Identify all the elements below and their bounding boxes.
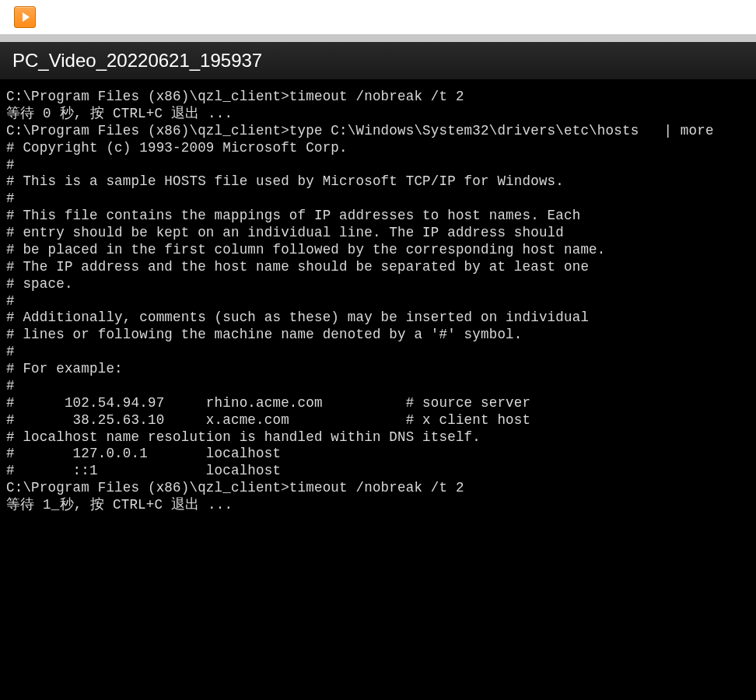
terminal-line: C:\Program Files (x86)\qzl_client>timeou… bbox=[6, 480, 750, 497]
terminal-line: # bbox=[6, 293, 750, 310]
play-button[interactable] bbox=[14, 6, 36, 28]
terminal-line: # space. bbox=[6, 276, 750, 293]
terminal-line: # Additionally, comments (such as these)… bbox=[6, 310, 750, 327]
terminal-line: # 38.25.63.10 x.acme.com # x client host bbox=[6, 412, 750, 429]
terminal-line: # This file contains the mappings of IP … bbox=[6, 208, 750, 225]
terminal-line: # entry should be kept on an individual … bbox=[6, 225, 750, 242]
terminal-output[interactable]: C:\Program Files (x86)\qzl_client>timeou… bbox=[0, 79, 756, 700]
terminal-line: # For example: bbox=[6, 361, 750, 378]
title-bar: PC_Video_20220621_195937 bbox=[0, 42, 756, 79]
terminal-line: # bbox=[6, 344, 750, 361]
play-icon bbox=[23, 12, 30, 22]
window-title: PC_Video_20220621_195937 bbox=[12, 50, 262, 72]
terminal-line: # bbox=[6, 157, 750, 174]
terminal-line: # ::1 localhost bbox=[6, 463, 750, 480]
terminal-line: # localhost name resolution is handled w… bbox=[6, 429, 750, 446]
terminal-line: # Copyright (c) 1993-2009 Microsoft Corp… bbox=[6, 140, 750, 157]
terminal-line: # 127.0.0.1 localhost bbox=[6, 446, 750, 463]
terminal-line: # bbox=[6, 378, 750, 395]
terminal-line: # The IP address and the host name shoul… bbox=[6, 259, 750, 276]
toolbar bbox=[0, 0, 756, 34]
terminal-line: # This is a sample HOSTS file used by Mi… bbox=[6, 173, 750, 191]
terminal-line: C:\Program Files (x86)\qzl_client>timeou… bbox=[6, 89, 750, 106]
terminal-line: # lines or following the machine name de… bbox=[6, 327, 750, 344]
separator-bar bbox=[0, 34, 756, 42]
terminal-line: C:\Program Files (x86)\qzl_client>type C… bbox=[6, 123, 750, 140]
terminal-line: # be placed in the first column followed… bbox=[6, 242, 750, 259]
terminal-line: # bbox=[6, 191, 750, 208]
terminal-line: # 102.54.94.97 rhino.acme.com # source s… bbox=[6, 395, 750, 412]
terminal-line: 等待 1_秒, 按 CTRL+C 退出 ... bbox=[6, 497, 750, 514]
terminal-line: 等待 0 秒, 按 CTRL+C 退出 ... bbox=[6, 106, 750, 123]
